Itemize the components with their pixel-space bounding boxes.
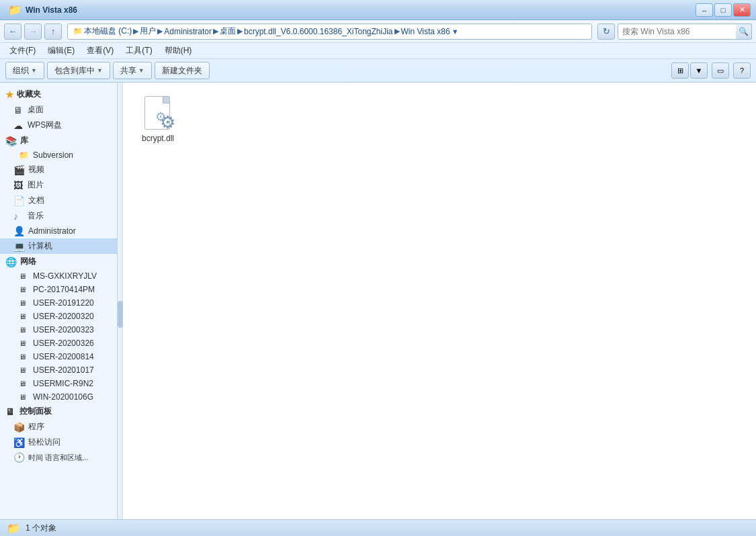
back-button[interactable]: ←	[4, 24, 22, 40]
organize-dropdown-arrow: ▼	[31, 67, 37, 74]
file-area: ⚙ ⚙ bcrypt.dll	[123, 83, 756, 519]
file-item-bcrypt[interactable]: ⚙ ⚙ bcrypt.dll	[131, 91, 185, 147]
sidebar-item-computer[interactable]: 💻 计算机	[0, 238, 117, 254]
address-bar[interactable]: 📁 本地磁盘 (C:) ▶ 用户 ▶ Administrator ▶ 桌面 ▶ …	[67, 24, 592, 40]
sidebar-item-programs[interactable]: 📦 程序	[0, 419, 117, 435]
sidebar-item-network-9[interactable]: 🖥 WIN-20200106G	[0, 390, 117, 404]
titlebar: 📁 Win Vista x86 – □ ✕	[0, 0, 756, 20]
computer-icon: 💻	[13, 241, 25, 252]
doc-corner	[163, 97, 169, 103]
sidebar-item-music[interactable]: ♪ 音乐	[0, 208, 117, 224]
minimize-button[interactable]: –	[696, 3, 713, 17]
search-container: 🔍	[618, 24, 752, 40]
controlpanel-icon: 🖥	[5, 406, 16, 417]
gear-small-icon: ⚙	[155, 111, 166, 123]
pc-icon-1: 🖥	[19, 285, 30, 294]
pc-icon-5: 🖥	[19, 339, 30, 347]
actions-bar: 组织 ▼ 包含到库中 ▼ 共享 ▼ 新建文件夹 ⊞ ▼ ▭ ?	[0, 59, 756, 82]
sidebar-item-administrator[interactable]: 👤 Administrator	[0, 224, 117, 238]
new-folder-button[interactable]: 新建文件夹	[155, 62, 210, 79]
pc-icon-9: 🖥	[19, 393, 30, 401]
forward-button[interactable]: →	[24, 24, 42, 40]
sidebar-item-more[interactable]: 🕐 时间 语言和区域...	[0, 450, 117, 465]
maximize-button[interactable]: □	[714, 3, 732, 17]
include-library-button[interactable]: 包含到库中 ▼	[47, 62, 110, 79]
up-button[interactable]: ↑	[44, 24, 62, 40]
sidebar-item-network-2[interactable]: 🖥 USER-20191220	[0, 296, 117, 310]
view-dropdown-button[interactable]: ▼	[690, 62, 708, 79]
addr-desktop: 桌面	[220, 26, 236, 37]
pc-icon-0: 🖥	[19, 272, 30, 280]
titlebar-left: 📁 Win Vista x86	[8, 3, 77, 16]
addr-admin: Administrator	[164, 27, 212, 36]
menu-view[interactable]: 查看(V)	[81, 44, 119, 58]
status-count: 1 个对象	[26, 523, 56, 534]
pc-icon-3: 🖥	[19, 312, 30, 320]
sidebar-item-network-7[interactable]: 🖥 USER-20201017	[0, 363, 117, 377]
sidebar-item-accessibility[interactable]: ♿ 轻松访问	[0, 435, 117, 450]
subversion-icon: 📁	[19, 150, 30, 160]
sidebar-item-subversion[interactable]: 📁 Subversion	[0, 148, 117, 162]
sidebar-item-network-6[interactable]: 🖥 USER-20200814	[0, 350, 117, 363]
organize-button[interactable]: 组织 ▼	[5, 62, 44, 79]
folder-nav-icon: 📁	[73, 27, 83, 36]
addr-sep-1: ▶	[133, 27, 138, 36]
sidebar-item-pictures[interactable]: 🖼 图片	[0, 177, 117, 193]
sidebar-item-network-3[interactable]: 🖥 USER-20200320	[0, 310, 117, 323]
sidebar-library-header[interactable]: 📚 库	[0, 133, 117, 148]
desktop-icon: 🖥	[13, 105, 24, 116]
music-icon: ♪	[13, 211, 24, 222]
more-icon: 🕐	[13, 452, 25, 463]
sidebar-item-network-4[interactable]: 🖥 USER-20200323	[0, 323, 117, 337]
view-buttons: ⊞ ▼ ▭ ?	[671, 62, 751, 79]
addr-current: Win Vista x86	[401, 27, 450, 36]
close-button[interactable]: ✕	[733, 3, 751, 17]
sidebar-item-network-8[interactable]: 🖥 USERMIC-R9N2	[0, 377, 117, 390]
view-toggle-button[interactable]: ⊞	[671, 62, 689, 79]
sidebar-item-wps[interactable]: ☁ WPS网盘	[0, 118, 117, 133]
addr-users: 用户	[140, 26, 156, 37]
pictures-icon: 🖼	[13, 180, 24, 191]
sidebar: ★ 收藏夹 🖥 桌面 ☁ WPS网盘 📚 库 📁 Subversion 🎬 视频	[0, 83, 118, 519]
sidebar-item-network-5[interactable]: 🖥 USER-20200326	[0, 337, 117, 350]
sidebar-item-network-1[interactable]: 🖥 PC-20170414PM	[0, 283, 117, 296]
sidebar-scrollbar[interactable]	[118, 83, 123, 519]
titlebar-controls: – □ ✕	[696, 3, 751, 17]
sidebar-item-documents[interactable]: 📄 文档	[0, 193, 117, 208]
library-icon: 📚	[5, 136, 17, 146]
search-input[interactable]	[618, 24, 739, 40]
file-icon-container: ⚙ ⚙	[138, 93, 178, 134]
accessibility-icon: ♿	[13, 437, 25, 448]
addr-c-drive: 本地磁盘 (C:)	[84, 26, 132, 37]
pc-icon-2: 🖥	[19, 299, 30, 307]
menu-edit[interactable]: 编辑(E)	[42, 44, 80, 58]
menu-file[interactable]: 文件(F)	[4, 44, 41, 58]
pc-icon-7: 🖥	[19, 366, 30, 374]
star-icon: ★	[5, 89, 14, 100]
sidebar-item-desktop[interactable]: 🖥 桌面	[0, 102, 117, 118]
titlebar-title: Win Vista x86	[26, 5, 77, 15]
pc-icon-4: 🖥	[19, 326, 30, 334]
statusbar: 📁 1 个对象	[0, 519, 756, 536]
sidebar-item-network-0[interactable]: 🖥 MS-GXKIXRYJLV	[0, 269, 117, 283]
share-button[interactable]: 共享 ▼	[113, 62, 152, 79]
addr-sep-3: ▶	[213, 27, 218, 36]
documents-icon: 📄	[13, 195, 25, 206]
help-button[interactable]: ?	[733, 62, 751, 79]
menu-help[interactable]: 帮助(H)	[159, 44, 198, 58]
refresh-button[interactable]: ↻	[597, 24, 615, 40]
sidebar-favorites-header[interactable]: ★ 收藏夹	[0, 87, 117, 102]
videos-icon: 🎬	[13, 165, 25, 175]
status-folder-icon: 📁	[7, 522, 20, 535]
sidebar-item-videos[interactable]: 🎬 视频	[0, 162, 117, 177]
file-label: bcrypt.dll	[142, 134, 174, 144]
toolbar-area: ← → ↑ 📁 本地磁盘 (C:) ▶ 用户 ▶ Administrator ▶…	[0, 20, 756, 83]
library-dropdown-arrow: ▼	[97, 67, 103, 74]
details-pane-button[interactable]: ▭	[712, 62, 729, 79]
pc-icon-8: 🖥	[19, 379, 30, 388]
sidebar-network-header[interactable]: 🌐 网络	[0, 254, 117, 269]
sidebar-controlpanel-header[interactable]: 🖥 控制面板	[0, 404, 117, 419]
menu-tools[interactable]: 工具(T)	[120, 44, 157, 58]
search-button[interactable]: 🔍	[736, 24, 752, 40]
admin-icon: 👤	[13, 226, 25, 236]
